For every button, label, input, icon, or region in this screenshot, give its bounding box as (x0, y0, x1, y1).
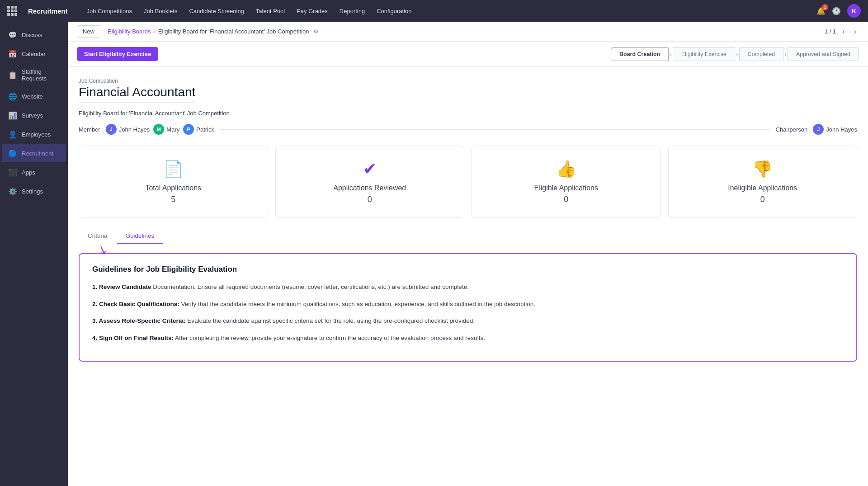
stat-ineligible-applications[interactable]: 👎 Ineligible Applications 0 (668, 146, 858, 218)
member-john: J John Hayes (106, 124, 150, 135)
gear-icon[interactable]: ⚙ (313, 28, 319, 35)
calendar-icon: 📅 (8, 49, 17, 58)
step-eligibility-exercise[interactable]: Eligibility Exercise (673, 47, 735, 61)
guideline-item-1: 1. Review Candidate Documentation: Ensur… (92, 282, 844, 292)
chairperson-tag: J John Hayes (813, 124, 857, 135)
sidebar-item-recruitment[interactable]: 🔵 Recruitment (2, 144, 66, 162)
sidebar-item-discuss[interactable]: 💬 Discuss (2, 26, 66, 44)
new-button[interactable]: New (77, 25, 100, 38)
nav-link-job-booklets[interactable]: Job Booklets (139, 6, 182, 16)
ineligible-applications-icon: 👎 (752, 160, 773, 179)
user-avatar[interactable]: K (847, 4, 861, 18)
action-bar: Start Eligibility Exercise Board Creatio… (68, 42, 868, 67)
tab-criteria[interactable]: Criteria (79, 229, 117, 244)
applications-reviewed-icon: ✔ (363, 160, 377, 179)
notification-badge: 2 (822, 4, 828, 10)
members-label: Member (79, 126, 100, 133)
tab-guidelines[interactable]: Guidelines (117, 229, 164, 244)
app-grid-icon[interactable] (7, 6, 17, 16)
step-completed[interactable]: Completed (739, 47, 783, 61)
member-patrick: P Patrick (183, 124, 214, 135)
stats-row: 📄 Total Applications 5 ✔ Applications Re… (79, 146, 857, 218)
eligible-applications-icon: 👍 (556, 160, 576, 179)
eligible-applications-label: Eligible Applications (534, 184, 598, 192)
sidebar-item-settings[interactable]: ⚙️ Settings (2, 182, 66, 200)
main-content: New Eligibility Boards › Eligibility Boa… (68, 22, 868, 486)
nav-link-talent-pool[interactable]: Talent Pool (251, 6, 289, 16)
member-mary: M Mary (153, 124, 179, 135)
member-avatar-patrick: P (183, 124, 194, 135)
stat-total-applications[interactable]: 📄 Total Applications 5 (79, 146, 268, 218)
total-applications-icon: 📄 (163, 160, 184, 179)
sidebar-label-settings: Settings (22, 188, 43, 195)
clock-icon[interactable]: 🕐 (832, 7, 841, 15)
nav-link-configuration[interactable]: Configuration (372, 6, 416, 16)
chairperson-label: Chairperson (776, 126, 808, 133)
pagination-text: 1 / 1 (825, 28, 836, 35)
member-avatar-mary: M (153, 124, 164, 135)
guideline-text-4: After completing the review, provide you… (175, 335, 485, 341)
guideline-bold-2: 2. Check Basic Qualifications: (92, 301, 179, 307)
sidebar-item-staffing-requests[interactable]: 📋 Staffing Requests (2, 64, 66, 86)
step-arrow-2: › (735, 51, 739, 58)
sidebar-label-calendar: Calendar (22, 51, 46, 57)
ineligible-applications-label: Ineligible Applications (728, 184, 797, 192)
chairperson-avatar: J (813, 124, 824, 135)
guideline-bold-3: 3. Assess Role-Specific Criteria: (92, 317, 186, 324)
stat-applications-reviewed[interactable]: ✔ Applications Reviewed 0 (275, 146, 465, 218)
nav-link-pay-grades[interactable]: Pay Grades (292, 6, 332, 16)
breadcrumb-separator: › (153, 28, 155, 35)
tabs-container: Criteria Guidelines ↘ (79, 229, 857, 244)
tabs: Criteria Guidelines (79, 229, 857, 244)
nav-link-reporting[interactable]: Reporting (335, 6, 369, 16)
step-arrow-3: › (783, 51, 788, 58)
guideline-bold-1: 1. Review Candidate (92, 283, 151, 290)
notification-icon[interactable]: 🔔 2 (816, 7, 826, 15)
sidebar-item-surveys[interactable]: 📊 Surveys (2, 106, 66, 124)
step-approved-signed[interactable]: Approved and Signed (788, 47, 859, 61)
nav-link-candidate-screening[interactable]: Candidate Screening (184, 6, 248, 16)
sidebar-item-employees[interactable]: 👤 Employees (2, 125, 66, 143)
step-arrow-1: › (669, 51, 673, 58)
members-row: Member J John Hayes M Mary P Patrick (79, 124, 857, 135)
board-description: Eligibility Board for 'Financial Account… (79, 110, 857, 117)
guidelines-title: Guidelines for Job Eligibility Evaluatio… (92, 265, 844, 274)
start-eligibility-button[interactable]: Start Eligibility Exercise (77, 47, 158, 61)
step-board-creation[interactable]: Board Creation (611, 47, 669, 61)
top-navigation: Recruitment Job CompetitionsJob Booklets… (0, 0, 868, 22)
job-section: Job Competition Financial Accountant Eli… (79, 78, 857, 135)
sidebar: 💬 Discuss 📅 Calendar 📋 Staffing Requests… (0, 22, 68, 486)
eligible-applications-value: 0 (564, 195, 568, 204)
page-content: Job Competition Financial Accountant Eli… (68, 67, 868, 486)
job-competition-label: Job Competition (79, 78, 857, 84)
sidebar-label-surveys: Surveys (22, 112, 43, 119)
staffing-icon: 📋 (8, 71, 17, 80)
pagination: 1 / 1 ‹ › (825, 27, 859, 37)
total-applications-value: 5 (171, 195, 175, 204)
pagination-prev[interactable]: ‹ (840, 27, 847, 37)
pagination-next[interactable]: › (851, 27, 859, 37)
sidebar-item-website[interactable]: 🌐 Website (2, 87, 66, 105)
breadcrumb-current: Eligibility Board for 'Financial Account… (158, 28, 309, 35)
guideline-item-3: 3. Assess Role-Specific Criteria: Evalua… (92, 316, 844, 326)
guidelines-panel: Guidelines for Job Eligibility Evaluatio… (79, 253, 857, 362)
member-name-patrick: Patrick (196, 126, 214, 133)
discuss-icon: 💬 (8, 30, 17, 39)
sidebar-item-calendar[interactable]: 📅 Calendar (2, 45, 66, 63)
applications-reviewed-label: Applications Reviewed (333, 184, 406, 192)
nav-links: Job CompetitionsJob BookletsCandidate Sc… (82, 6, 416, 16)
guideline-text-3: Evaluate the candidate against specific … (187, 317, 475, 324)
member-avatar-john: J (106, 124, 117, 135)
ineligible-applications-value: 0 (760, 195, 765, 204)
surveys-icon: 📊 (8, 111, 17, 120)
member-name-mary: Mary (166, 126, 179, 133)
stat-eligible-applications[interactable]: 👍 Eligible Applications 0 (472, 146, 661, 218)
sidebar-item-apps[interactable]: ⬛ Apps (2, 163, 66, 181)
member-name-john: John Hayes (119, 126, 150, 133)
nav-link-job-competitions[interactable]: Job Competitions (82, 6, 137, 16)
chairperson-name: John Hayes (826, 126, 857, 133)
sidebar-label-apps: Apps (22, 169, 35, 176)
breadcrumb-parent-link[interactable]: Eligibility Boards (108, 28, 151, 35)
applications-reviewed-value: 0 (368, 195, 372, 204)
guideline-text-1: Documentation: Ensure all required docum… (153, 283, 469, 290)
